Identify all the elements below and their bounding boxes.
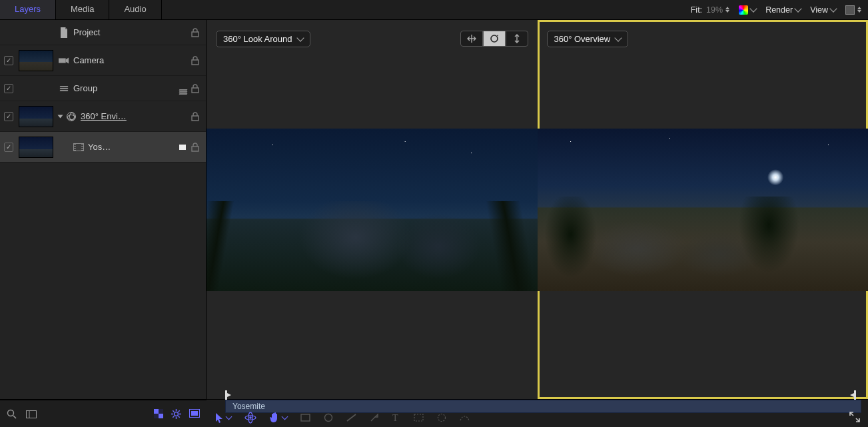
layer-row-clip[interactable]: Yos… (0, 132, 206, 163)
filmstrip-icon (73, 142, 84, 153)
view-label: View (810, 5, 828, 15)
layer-row-camera[interactable]: Camera (0, 45, 206, 76)
camera-mode-menu-left[interactable]: 360° Look Around (216, 31, 310, 47)
viewport-layout-icon (845, 5, 855, 15)
mask-icon[interactable] (189, 409, 200, 419)
tab-media[interactable]: Media (56, 0, 109, 19)
out-point-marker-icon[interactable] (849, 390, 856, 400)
fit-zoom-control[interactable]: Fit: 19% (691, 5, 729, 15)
pan-tool-button[interactable] (460, 31, 483, 47)
chevron-down-icon (282, 414, 288, 420)
viewport-right[interactable]: 360° Overview (538, 20, 869, 399)
gear-icon[interactable] (171, 409, 181, 419)
blend-icon[interactable] (179, 83, 187, 95)
render-menu[interactable]: Render (765, 5, 801, 15)
rectangle-tool[interactable] (300, 414, 310, 422)
visibility-checkbox[interactable] (4, 112, 13, 121)
expand-timeline-icon[interactable] (849, 412, 860, 422)
svg-point-7 (175, 412, 179, 416)
stepper-icon (857, 7, 861, 13)
document-icon (59, 27, 69, 38)
svg-rect-0 (59, 58, 66, 63)
svg-point-20 (249, 416, 252, 419)
layer-label: 360° Envi… (81, 111, 186, 121)
lock-icon[interactable] (191, 112, 201, 121)
transform-3d-tool[interactable] (244, 412, 256, 424)
lock-icon[interactable] (191, 84, 201, 93)
panel-toggle-icon[interactable] (26, 410, 37, 418)
mask-rect-tool[interactable] (414, 414, 424, 422)
layer-row-group[interactable]: Group (0, 76, 206, 101)
in-point-marker-icon[interactable] (225, 390, 232, 400)
lock-icon[interactable] (191, 143, 201, 152)
mask-circle-tool[interactable] (437, 413, 446, 422)
color-channel-menu[interactable] (739, 5, 756, 15)
chevron-down-icon (615, 34, 622, 41)
pen-tool[interactable] (370, 413, 379, 422)
visibility-checkbox[interactable] (4, 56, 13, 65)
group-icon (59, 83, 69, 94)
camera-mode-label: 360° Overview (554, 34, 611, 44)
svg-point-22 (325, 414, 332, 422)
frame-badge-icon (179, 145, 186, 150)
timeline-clip[interactable]: Yosemite (225, 400, 861, 413)
svg-line-14 (173, 416, 174, 418)
svg-line-23 (347, 414, 356, 421)
text-tool[interactable]: T (392, 413, 400, 422)
svg-line-12 (173, 410, 174, 412)
lock-icon[interactable] (191, 28, 201, 37)
svg-line-3 (13, 416, 16, 418)
svg-line-13 (179, 416, 180, 418)
layer-label: Project (73, 27, 186, 37)
checker-grid-icon[interactable] (154, 409, 163, 419)
camera-icon (59, 55, 69, 66)
chevron-down-icon (794, 5, 801, 12)
tab-layers[interactable]: Layers (0, 0, 56, 19)
render-label: Render (765, 5, 793, 15)
sphere-360-icon (66, 111, 77, 122)
svg-text:T: T (392, 413, 398, 422)
chevron-down-icon (226, 414, 232, 420)
disclosure-triangle-icon[interactable] (58, 115, 63, 118)
timeline-clip-label: Yosemite (232, 402, 265, 411)
svg-point-26 (438, 414, 446, 422)
chevron-down-icon (749, 5, 757, 12)
layer-thumbnail (19, 50, 53, 71)
select-tool[interactable] (216, 413, 231, 423)
fit-value: 19% (706, 5, 723, 15)
mask-freehand-tool[interactable] (460, 414, 470, 422)
preview-image-left (207, 129, 538, 291)
layer-label: Camera (73, 55, 186, 65)
layer-row-360-environment[interactable]: 360° Envi… (0, 101, 206, 132)
checkbox-placeholder (4, 28, 13, 37)
view-menu[interactable]: View (810, 5, 836, 15)
layer-label: Yos… (88, 142, 175, 152)
svg-rect-25 (414, 414, 423, 421)
search-icon[interactable] (7, 409, 17, 419)
preview-image-right (538, 129, 869, 291)
thumb-placeholder (19, 78, 53, 99)
svg-rect-17 (191, 411, 198, 416)
hand-tool[interactable] (270, 412, 287, 423)
color-wheel-icon (739, 5, 748, 15)
layout-menu[interactable] (845, 5, 861, 15)
layer-thumbnail (19, 137, 53, 158)
viewport-left[interactable]: 360° Look Around (207, 20, 538, 399)
svg-point-2 (8, 410, 14, 416)
stepper-icon (725, 7, 729, 13)
layer-row-project[interactable]: Project (0, 20, 206, 45)
layer-label: Group (73, 83, 174, 93)
chevron-down-icon (296, 34, 304, 41)
visibility-checkbox[interactable] (4, 84, 13, 93)
orbit-tool-button[interactable] (483, 31, 506, 47)
line-tool[interactable] (346, 414, 356, 422)
lock-icon[interactable] (191, 56, 201, 65)
visibility-checkbox[interactable] (4, 143, 13, 152)
svg-line-15 (179, 410, 180, 412)
chevron-down-icon (829, 5, 837, 12)
circle-tool[interactable] (324, 413, 333, 422)
tab-audio[interactable]: Audio (109, 0, 161, 19)
camera-mode-menu-right[interactable]: 360° Overview (547, 31, 629, 47)
dolly-tool-button[interactable] (506, 31, 528, 47)
fit-label: Fit: (691, 5, 702, 15)
